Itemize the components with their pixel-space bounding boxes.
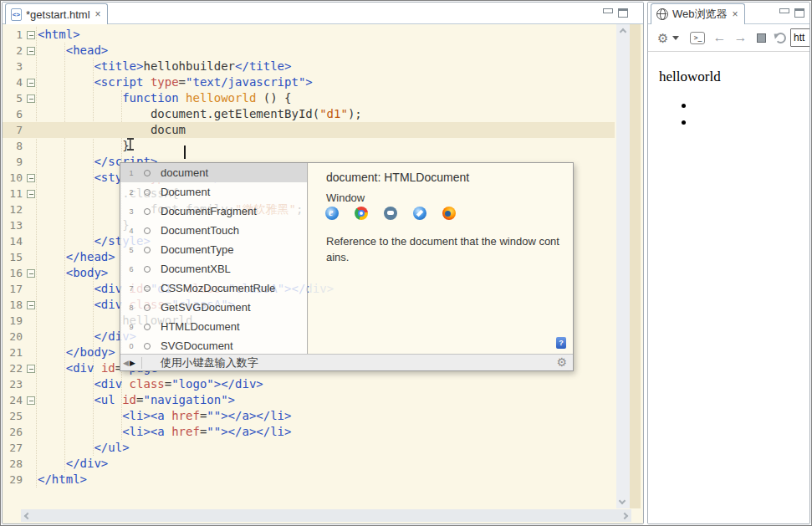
variable-icon — [144, 304, 151, 311]
ie-icon — [325, 207, 339, 220]
completion-item[interactable]: 4DocumentTouch — [120, 221, 307, 240]
code-line[interactable]: 8} — [3, 138, 615, 154]
code-text: <li><a href=""></a></li> — [38, 424, 615, 440]
completion-item[interactable]: 8GetSVGDocument — [120, 298, 307, 317]
page-arrows[interactable]: ◀▶ — [123, 359, 136, 367]
completion-label: Document — [161, 186, 210, 198]
fold-spacer — [24, 376, 38, 392]
fold-spacer — [24, 456, 38, 472]
help-icon[interactable]: ? — [556, 337, 566, 349]
code-line[interactable]: 3<title>hellohbuilder</title> — [3, 59, 615, 74]
autocomplete-statusbar: ◀▶ 使用小键盘输入数字 ⚙ — [120, 354, 573, 370]
minimize-icon[interactable] — [603, 8, 612, 16]
code-line[interactable]: 2<head> — [3, 43, 615, 59]
globe-icon — [656, 8, 668, 20]
fold-marker-icon[interactable] — [24, 392, 38, 408]
browser-tab[interactable]: Web浏览器 × — [651, 3, 745, 24]
fold-marker-icon[interactable] — [24, 74, 38, 90]
code-line[interactable]: 28</div> — [3, 456, 615, 472]
completion-key: 7 — [125, 284, 137, 293]
forward-icon[interactable]: → — [733, 30, 747, 45]
back-icon[interactable]: ← — [712, 30, 726, 45]
browser-viewport[interactable]: helloworld — [648, 52, 809, 523]
chrome-icon — [355, 207, 368, 220]
code-line[interactable]: 27</ul> — [3, 440, 615, 456]
code-line[interactable]: 24<ul id="navigation"> — [3, 392, 615, 408]
line-number: 10 — [3, 170, 24, 186]
completion-item[interactable]: 3DocumentFragment — [120, 202, 307, 221]
editor-tab-getstart[interactable]: <> *getstart.html × — [5, 3, 108, 24]
variable-icon — [144, 227, 151, 234]
url-input[interactable] — [790, 28, 810, 47]
autocomplete-popup: 1document2Document3DocumentFragment4Docu… — [120, 162, 574, 371]
fold-marker-icon[interactable] — [24, 27, 38, 43]
completion-label: HTMLDocument — [161, 320, 240, 333]
fold-marker-icon[interactable] — [24, 360, 38, 376]
tooltip-context: Window — [326, 192, 365, 204]
scroll-left-icon[interactable] — [24, 512, 31, 518]
maximize-icon[interactable] — [794, 8, 804, 18]
completion-label: CSSMozDocumentRule — [161, 282, 275, 294]
doc-tooltip: document: HTMLDocument Window Reference … — [309, 163, 573, 354]
console-icon[interactable]: >_ — [690, 32, 705, 44]
close-icon[interactable]: × — [95, 9, 101, 19]
line-number: 7 — [3, 122, 24, 138]
fold-marker-icon[interactable] — [24, 170, 38, 186]
code-line[interactable]: 4<script type="text/javascript"> — [3, 74, 615, 90]
minimize-icon[interactable] — [779, 8, 789, 16]
completion-item[interactable]: 1document — [120, 163, 307, 182]
browser-toolbar: ⚙ >_ ← → — [648, 24, 809, 52]
code-line[interactable]: 29</html> — [3, 472, 615, 488]
code-line[interactable]: 1<html> — [3, 27, 615, 43]
refresh-icon[interactable] — [775, 33, 786, 43]
completion-item[interactable]: 2Document — [120, 182, 307, 202]
completion-label: DocumentFragment — [161, 205, 257, 217]
gear-icon[interactable]: ⚙ — [556, 356, 567, 368]
page-text: helloworld — [659, 69, 721, 85]
completion-list[interactable]: 1document2Document3DocumentFragment4Docu… — [120, 163, 308, 354]
completion-item[interactable]: 0SVGDocument — [120, 336, 307, 354]
settings-gear-icon[interactable]: ⚙ — [657, 32, 668, 44]
completion-item[interactable]: 6DocumentXBL — [120, 259, 307, 278]
code-line[interactable]: 25<li><a href=""></a></li> — [3, 408, 615, 424]
fold-marker-icon[interactable] — [24, 186, 38, 202]
stop-icon[interactable] — [757, 33, 766, 43]
fold-spacer — [24, 440, 38, 456]
code-editor[interactable]: 1<html>2<head>3<title>hellohbuilder</tit… — [3, 24, 643, 523]
fold-spacer — [24, 59, 38, 74]
completion-label: DocumentXBL — [161, 263, 231, 275]
line-number: 13 — [3, 217, 24, 233]
fold-spacer — [24, 408, 38, 424]
fold-marker-icon[interactable] — [24, 297, 38, 313]
fold-spacer — [24, 249, 38, 265]
code-line[interactable]: 5function helloworld () { — [3, 90, 615, 106]
scroll-down-icon[interactable] — [619, 498, 626, 504]
scroll-right-icon[interactable] — [621, 512, 628, 518]
fold-spacer — [24, 217, 38, 233]
code-line[interactable]: 26<li><a href=""></a></li> — [3, 424, 615, 440]
line-number: 1 — [3, 27, 24, 43]
dropdown-caret-icon[interactable] — [672, 36, 679, 40]
fold-spacer — [24, 472, 38, 488]
editor-tabbar: <> *getstart.html × — [3, 3, 643, 24]
fold-marker-icon[interactable] — [24, 265, 38, 281]
maximize-icon[interactable] — [618, 8, 628, 18]
scroll-up-icon[interactable] — [620, 28, 626, 35]
tooltip-title: document: HTMLDocument — [326, 171, 469, 184]
code-line[interactable]: 6document.getElementById("d1"); — [3, 106, 615, 122]
completion-item[interactable]: 5DocumentType — [120, 240, 307, 259]
close-icon[interactable]: × — [733, 9, 738, 19]
code-line[interactable]: 7docum — [3, 122, 615, 138]
completion-item[interactable]: 7CSSMozDocumentRule — [120, 278, 307, 298]
completion-item[interactable]: 9HTMLDocument — [120, 317, 307, 336]
horizontal-scrollbar[interactable] — [21, 509, 631, 522]
fold-spacer — [24, 313, 38, 329]
code-line[interactable]: 23<div class="logo"></div> — [3, 376, 615, 392]
line-number: 12 — [3, 202, 24, 217]
fold-marker-icon[interactable] — [24, 90, 38, 106]
vertical-scrollbar[interactable] — [616, 24, 630, 508]
variable-icon — [144, 170, 151, 176]
line-number: 2 — [3, 43, 24, 59]
variable-icon — [144, 266, 151, 273]
fold-marker-icon[interactable] — [24, 43, 38, 59]
